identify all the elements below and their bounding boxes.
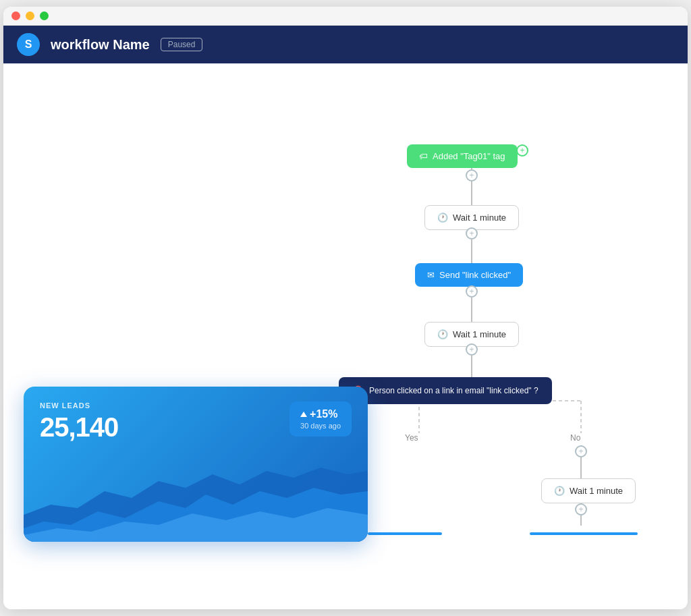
status-badge: Paused <box>161 38 203 51</box>
badge-subtitle: 30 days ago <box>300 422 341 430</box>
condition-node[interactable]: ❓ Person clicked on a link in email "lin… <box>339 377 552 404</box>
minimize-button[interactable] <box>26 11 34 20</box>
workflow-title: workflow Name <box>51 37 150 53</box>
card-content: NEW LEADS 25,140 +15% 30 days ago <box>24 387 368 443</box>
titlebar <box>3 7 688 26</box>
maximize-button[interactable] <box>40 11 49 20</box>
main-window: S workflow Name Paused <box>3 7 688 609</box>
app-header: S workflow Name Paused <box>3 26 688 63</box>
close-button[interactable] <box>11 11 20 20</box>
workflow-canvas: 🏷 Added "Tag01" tag + + 🕐 Wait 1 minute … <box>3 63 688 609</box>
tag-node[interactable]: 🏷 Added "Tag01" tag <box>407 144 518 168</box>
connector-5[interactable]: + <box>575 445 587 457</box>
wait3-node[interactable]: 🕐 Wait 1 minute <box>541 478 636 503</box>
card-badge: +15% 30 days ago <box>289 401 352 437</box>
wait1-node[interactable]: 🕐 Wait 1 minute <box>424 205 519 230</box>
badge-percent: +15% <box>300 408 341 420</box>
yes-branch-bar <box>368 532 442 535</box>
tag-icon: 🏷 <box>419 151 428 161</box>
send-node[interactable]: ✉ Send "link clicked" <box>415 263 523 287</box>
clock-icon-3: 🕐 <box>554 486 565 496</box>
connector-6[interactable]: + <box>575 503 587 515</box>
yes-label: Yes <box>405 433 418 443</box>
connector-3[interactable]: + <box>466 285 478 298</box>
connector-2[interactable]: + <box>466 227 478 240</box>
email-icon: ✉ <box>427 270 435 280</box>
connector-4[interactable]: + <box>466 343 478 356</box>
connector-1[interactable]: + <box>466 169 478 181</box>
trend-up-icon <box>300 412 307 417</box>
no-branch-bar <box>530 532 638 535</box>
app-logo: S <box>17 33 40 56</box>
clock-icon-2: 🕐 <box>437 329 448 339</box>
analytics-card: NEW LEADS 25,140 +15% 30 days ago <box>24 387 368 542</box>
no-label: No <box>570 433 580 443</box>
clock-icon-1: 🕐 <box>437 213 448 223</box>
tag-side-connector[interactable]: + <box>516 144 528 157</box>
leads-chart <box>24 441 368 542</box>
